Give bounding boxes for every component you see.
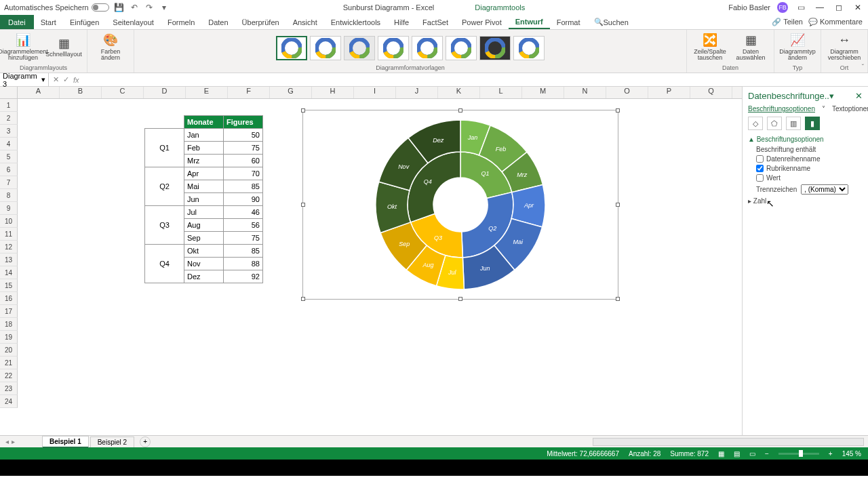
month-cell[interactable]: Jun	[184, 193, 224, 206]
month-cell[interactable]: Aug	[184, 219, 224, 232]
checkbox-category-name[interactable]	[756, 165, 764, 172]
minimize-icon[interactable]: —	[814, 3, 826, 12]
tab-ueberpruefen[interactable]: Überprüfen	[235, 15, 286, 29]
zoom-in-icon[interactable]: +	[829, 450, 833, 458]
save-icon[interactable]: 💾	[115, 3, 124, 12]
row-header[interactable]: 13	[0, 253, 18, 266]
close-icon[interactable]: ✕	[852, 3, 864, 12]
qat-dropdown-icon[interactable]: ▾	[159, 3, 169, 12]
zoom-slider[interactable]	[778, 453, 819, 455]
value-cell[interactable]: 75	[224, 232, 263, 245]
pane-tab-label-options[interactable]: Beschriftungsoptionen	[748, 105, 815, 113]
add-sheet-button[interactable]: +	[140, 436, 151, 447]
col-header[interactable]: F	[228, 87, 270, 98]
view-page-break-icon[interactable]: ▭	[749, 450, 755, 458]
col-header[interactable]: J	[396, 87, 438, 98]
row-header[interactable]: 1	[0, 99, 18, 112]
resize-handle[interactable]	[458, 297, 462, 301]
sheet-nav-prev-icon[interactable]: ◂	[5, 438, 9, 445]
month-cell[interactable]: Jan	[184, 129, 224, 142]
row-header[interactable]: 6	[0, 163, 18, 176]
tab-hilfe[interactable]: Hilfe	[387, 15, 416, 29]
resize-handle[interactable]	[301, 297, 305, 301]
select-data-button[interactable]: ▦Daten auswählen	[732, 34, 770, 62]
month-cell[interactable]: Okt	[184, 245, 224, 258]
value-cell[interactable]: 85	[224, 245, 263, 258]
chevron-down-icon[interactable]: ▾	[41, 75, 45, 84]
zoom-out-icon[interactable]: −	[765, 450, 769, 458]
user-name[interactable]: Fabio Basler	[728, 3, 770, 12]
view-page-layout-icon[interactable]: ▤	[734, 450, 740, 458]
row-header[interactable]: 19	[0, 331, 18, 344]
chart-style-thumb[interactable]	[378, 36, 409, 60]
row-header[interactable]: 14	[0, 266, 18, 279]
autosave-toggle[interactable]: Automatisches Speichern	[4, 3, 109, 12]
tab-daten[interactable]: Daten	[201, 15, 235, 29]
col-header[interactable]: D	[144, 87, 186, 98]
checkbox-series-name[interactable]	[756, 155, 764, 163]
tab-entwicklertools[interactable]: Entwicklertools	[324, 15, 387, 29]
row-header[interactable]: 9	[0, 202, 18, 215]
row-header[interactable]: 16	[0, 292, 18, 305]
value-cell[interactable]: 92	[224, 270, 263, 283]
col-header[interactable]: B	[60, 87, 102, 98]
size-props-icon[interactable]: ▥	[786, 117, 801, 130]
row-header[interactable]: 5	[0, 150, 18, 163]
col-header[interactable]: H	[312, 87, 354, 98]
chart-style-thumb[interactable]	[513, 36, 545, 60]
row-header[interactable]: 18	[0, 318, 18, 331]
select-all-corner[interactable]	[0, 87, 18, 98]
share-button[interactable]: 🔗 Teilen	[772, 18, 803, 26]
value-cell[interactable]: 88	[224, 258, 263, 270]
avatar[interactable]: FB	[777, 2, 788, 13]
row-header[interactable]: 17	[0, 305, 18, 318]
tab-ansicht[interactable]: Ansicht	[286, 15, 324, 29]
tab-format[interactable]: Format	[550, 15, 587, 29]
resize-handle[interactable]	[616, 297, 620, 301]
row-header[interactable]: 20	[0, 344, 18, 357]
month-cell[interactable]: Jul	[184, 206, 224, 219]
value-cell[interactable]: 75	[224, 142, 263, 155]
sheet-tab-2[interactable]: Beispiel 2	[90, 436, 134, 447]
zoom-level[interactable]: 145 %	[842, 450, 861, 458]
row-header[interactable]: 21	[0, 357, 18, 369]
section-number[interactable]: ▸ Zahl	[748, 197, 863, 205]
row-header[interactable]: 2	[0, 112, 18, 125]
resize-handle[interactable]	[616, 108, 620, 113]
row-header[interactable]: 15	[0, 279, 18, 292]
row-header[interactable]: 8	[0, 189, 18, 202]
change-chart-type-button[interactable]: 📈Diagrammtyp ändern	[778, 34, 816, 62]
checkbox-value[interactable]	[756, 174, 764, 182]
chart-style-thumb[interactable]	[412, 36, 443, 60]
horizontal-scrollbar[interactable]	[593, 438, 864, 446]
tab-seitenlayout[interactable]: Seitenlayout	[106, 15, 161, 29]
quarter-cell[interactable]: Q3	[145, 206, 184, 245]
month-cell[interactable]: Nov	[184, 258, 224, 270]
worksheet-grid[interactable]: ABCDEFGHIJKLMNOPQ 1234567891011121314151…	[0, 87, 742, 435]
accept-formula-icon[interactable]: ✓	[63, 75, 69, 84]
change-colors-button[interactable]: 🎨Farben ändern	[92, 34, 130, 62]
search-box[interactable]: 🔍 Suchen	[587, 15, 635, 29]
ribbon-display-icon[interactable]: ▭	[795, 3, 807, 12]
row-header[interactable]: 10	[0, 215, 18, 228]
value-cell[interactable]: 46	[224, 206, 263, 219]
col-header[interactable]: O	[606, 87, 648, 98]
value-cell[interactable]: 90	[224, 193, 263, 206]
chart-style-thumb[interactable]	[446, 36, 477, 60]
separator-select[interactable]: , (Komma)	[801, 184, 848, 195]
month-cell[interactable]: Dez	[184, 270, 224, 283]
sheet-nav-next-icon[interactable]: ▸	[12, 438, 15, 445]
row-header[interactable]: 11	[0, 228, 18, 241]
label-options-icon[interactable]: ▮	[805, 117, 820, 130]
row-header[interactable]: 12	[0, 241, 18, 253]
month-cell[interactable]: Mrz	[184, 155, 224, 167]
toggle-switch-icon[interactable]	[92, 3, 109, 12]
quick-layout-button[interactable]: ▦Schnelllayout	[45, 37, 83, 59]
value-cell[interactable]: 56	[224, 219, 263, 232]
col-header[interactable]: C	[102, 87, 144, 98]
tab-factset[interactable]: FactSet	[416, 15, 455, 29]
add-chart-element-button[interactable]: 📊Diagrammelement hinzufügen	[4, 34, 42, 62]
tab-powerpivot[interactable]: Power Pivot	[455, 15, 509, 29]
col-header[interactable]: M	[522, 87, 564, 98]
name-box[interactable]: Diagramm 3▾	[0, 72, 49, 88]
